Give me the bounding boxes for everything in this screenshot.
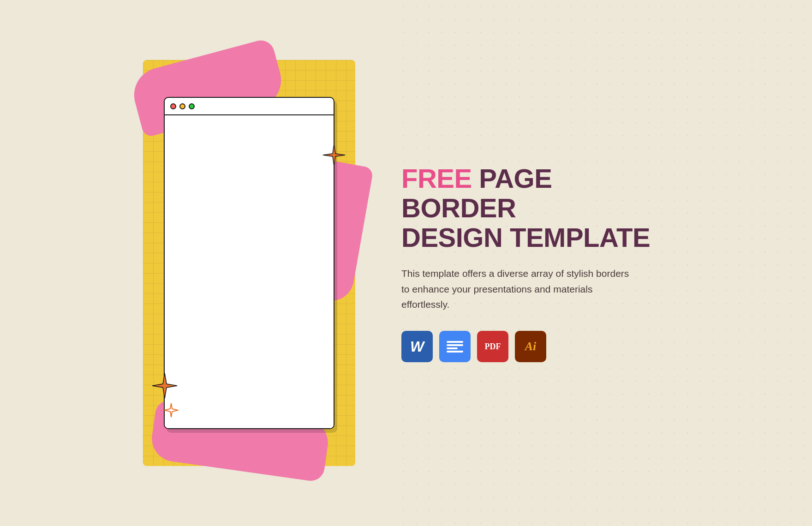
- browser-dot-maximize: [189, 103, 195, 109]
- sparkle-bottom-left-icon: [151, 372, 178, 399]
- illustrator-icon[interactable]: Ai: [515, 331, 546, 362]
- pdf-letter: PDF: [485, 342, 501, 352]
- sparkle-bottom-left-small-icon: [164, 403, 179, 418]
- pdf-icon[interactable]: PDF: [477, 331, 508, 362]
- sparkle-top-right-icon: [322, 143, 346, 167]
- description-text: This template offers a diverse array of …: [401, 266, 632, 312]
- ai-letter: Ai: [525, 340, 537, 353]
- doc-line-2: [447, 344, 463, 346]
- doc-line-3: [447, 347, 458, 349]
- browser-dot-minimize: [179, 103, 185, 109]
- doc-line-1: [447, 341, 463, 343]
- word-icon[interactable]: W: [401, 331, 433, 362]
- word-letter: W: [410, 338, 424, 355]
- browser-content-area: [165, 115, 334, 428]
- docs-icon[interactable]: [439, 331, 471, 362]
- browser-window: [164, 97, 334, 429]
- main-headline: FREE PAGE BORDERDESIGN TEMPLATE: [401, 164, 669, 252]
- docs-lines-icon: [445, 339, 465, 354]
- template-preview: [143, 60, 355, 466]
- doc-line-4: [447, 351, 463, 353]
- text-content: FREE PAGE BORDERDESIGN TEMPLATE This tem…: [401, 164, 669, 362]
- browser-titlebar: [165, 98, 334, 115]
- main-container: FREE PAGE BORDERDESIGN TEMPLATE This tem…: [0, 0, 812, 526]
- headline-free: FREE: [401, 163, 472, 193]
- app-icons-row: W PDF Ai: [401, 331, 669, 362]
- browser-dot-close: [170, 103, 176, 109]
